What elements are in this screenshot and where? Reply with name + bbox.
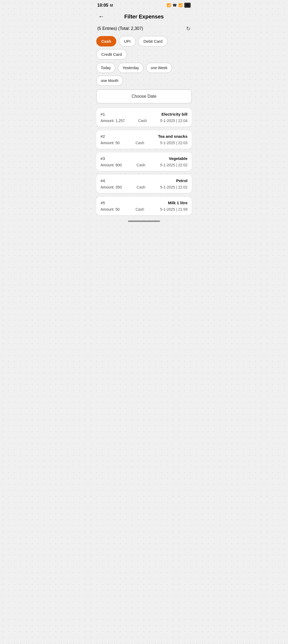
expense-list: #1 Electricity bill Amount: 1,257 Cash 5… <box>96 108 192 215</box>
expense-amount: Amount: 1,257 <box>101 119 125 123</box>
status-bar: 10:05 M 📶 ☎ 📶 45 <box>92 0 196 9</box>
expense-card-3: #3 Vegetable Amount: 600 Cash 5-1-2025 |… <box>96 152 192 171</box>
expense-method: Cash <box>137 185 145 189</box>
expense-name: Milk 1 litre <box>168 201 187 205</box>
refresh-button[interactable]: ↻ <box>186 25 191 32</box>
status-icons: 📶 ☎ 📶 45 <box>167 3 191 8</box>
expense-name: Petrol <box>176 178 187 183</box>
expense-card-bottom: Amount: 350 Cash 5-1-2025 | 22:02 <box>101 185 187 189</box>
expense-datetime: 5-1-2025 | 21:59 <box>160 207 187 211</box>
expense-datetime: 5-1-2025 | 22:04 <box>160 119 188 123</box>
expense-index: #3 <box>101 156 105 161</box>
call-icon: ☎ <box>173 3 177 7</box>
filter-upi[interactable]: UPI <box>119 36 136 46</box>
summary-row: (5 Entries) (Total: 2,307) ↻ <box>96 25 192 32</box>
expense-method: Cash <box>137 163 145 167</box>
filter-yesterday[interactable]: Yesterday <box>118 63 143 73</box>
expense-amount: Amount: 50 <box>101 141 120 145</box>
content-area: (5 Entries) (Total: 2,307) ↻ Cash UPI De… <box>92 25 196 215</box>
expense-method: Cash <box>135 207 144 211</box>
expense-index: #4 <box>101 178 105 183</box>
expense-amount: Amount: 350 <box>101 185 122 189</box>
wifi-icon: 📶 <box>167 3 171 7</box>
expense-card-5: #5 Milk 1 litre Amount: 50 Cash 5-1-2025… <box>96 197 192 215</box>
expense-datetime: 5-1-2025 | 22:03 <box>160 141 187 145</box>
status-time: 10:05 <box>97 3 108 8</box>
signal-icon: 📶 <box>178 3 183 7</box>
expense-card-top: #3 Vegetable <box>101 156 187 161</box>
expense-name: Electricity bill <box>161 112 187 116</box>
filter-credit-card[interactable]: Credit Card <box>96 49 127 60</box>
expense-datetime: 5-1-2025 | 22:02 <box>160 163 187 167</box>
expense-card-top: #2 Tea and snacks <box>101 134 187 139</box>
battery-indicator: 45 <box>184 3 191 8</box>
expense-index: #2 <box>101 134 105 139</box>
expense-amount: Amount: 50 <box>101 207 120 211</box>
expense-card-bottom: Amount: 50 Cash 5-1-2025 | 22:03 <box>101 141 187 145</box>
page-title: Filter Expenses <box>105 14 183 20</box>
summary-text: (5 Entries) (Total: 2,307) <box>97 26 143 31</box>
filter-one-week[interactable]: one Week <box>146 63 172 73</box>
expense-card-2: #2 Tea and snacks Amount: 50 Cash 5-1-20… <box>96 130 192 149</box>
entries-count: (5 Entries) <box>97 26 117 31</box>
expense-index: #1 <box>101 112 105 116</box>
expense-card-bottom: Amount: 600 Cash 5-1-2025 | 22:02 <box>101 163 187 167</box>
expense-datetime: 5-1-2025 | 22:02 <box>160 185 187 189</box>
expense-amount: Amount: 600 <box>101 163 122 167</box>
expense-method: Cash <box>135 141 144 145</box>
expense-method: Cash <box>138 119 147 123</box>
expense-card-top: #5 Milk 1 litre <box>101 201 187 205</box>
back-button[interactable]: ← <box>97 12 105 21</box>
expense-card-1: #1 Electricity bill Amount: 1,257 Cash 5… <box>96 108 192 127</box>
gmail-icon: M <box>110 3 113 7</box>
expense-index: #5 <box>101 201 105 205</box>
home-indicator <box>128 221 160 222</box>
filter-today[interactable]: Today <box>96 63 115 73</box>
expense-card-top: #4 Petrol <box>101 178 187 183</box>
expense-name: Tea and snacks <box>158 134 187 139</box>
expense-name: Vegetable <box>169 156 187 161</box>
expense-card-bottom: Amount: 1,257 Cash 5-1-2025 | 22:04 <box>101 119 187 123</box>
choose-date-button[interactable]: Choose Date <box>96 89 192 103</box>
expense-card-4: #4 Petrol Amount: 350 Cash 5-1-2025 | 22… <box>96 175 192 193</box>
expense-card-top: #1 Electricity bill <box>101 112 187 116</box>
filter-cash[interactable]: Cash <box>96 36 116 46</box>
payment-filter-row: Cash UPI Debit Card Credit Card <box>96 36 192 60</box>
filter-one-month[interactable]: one Month <box>96 76 123 86</box>
filter-debit-card[interactable]: Debit Card <box>138 36 168 46</box>
expense-card-bottom: Amount: 50 Cash 5-1-2025 | 21:59 <box>101 207 187 211</box>
date-filter-row: Today Yesterday one Week one Month <box>96 63 192 86</box>
total-amount: (Total: 2,307) <box>118 26 143 31</box>
header: ← Filter Expenses <box>92 9 196 25</box>
